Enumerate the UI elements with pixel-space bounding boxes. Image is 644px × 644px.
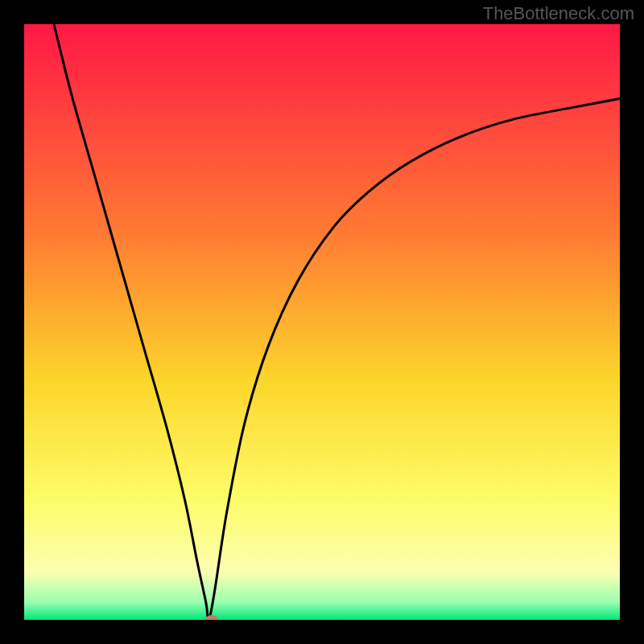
plot-area (24, 24, 620, 620)
minimum-marker (205, 615, 218, 620)
watermark-text: TheBottleneck.com (483, 3, 634, 24)
curve-line (24, 24, 620, 620)
